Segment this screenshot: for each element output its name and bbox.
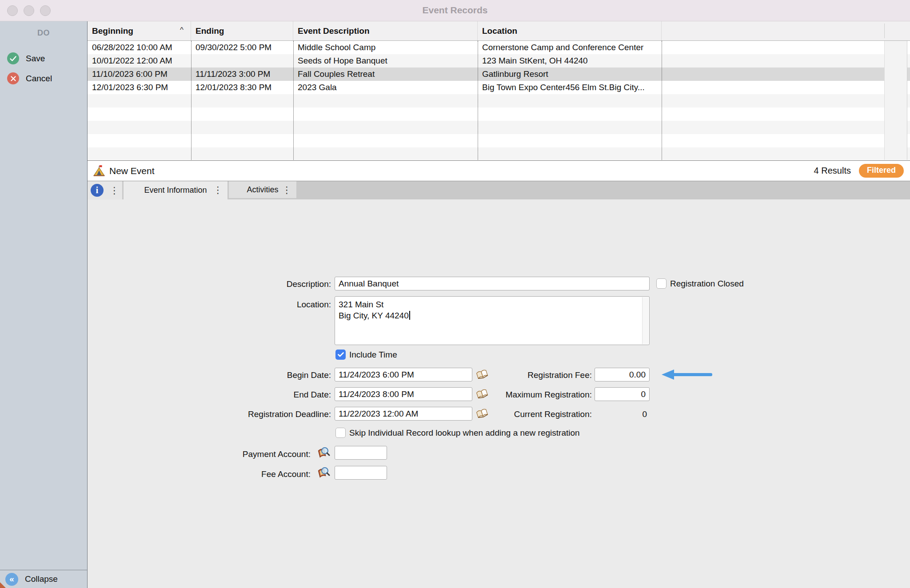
table-row[interactable]: 12/01/2023 6:30 PM 12/01/2023 8:30 PM 20… — [88, 81, 910, 94]
table-row-empty — [88, 94, 910, 107]
tab-menu-dots-icon[interactable]: ⋮ — [213, 185, 223, 195]
registration-fee-label: Registration Fee: — [485, 369, 592, 381]
fee-account-label: Fee Account: — [200, 469, 311, 480]
location-textarea[interactable]: 321 Main St Big City, KY 44240 — [335, 296, 650, 345]
registration-fee-input[interactable]: 0.00 — [595, 368, 650, 381]
table-row-empty — [88, 121, 910, 134]
tent-icon — [93, 165, 105, 177]
tab-menu-dots-icon[interactable]: ⋮ — [282, 185, 291, 195]
current-registration-value: 0 — [595, 409, 647, 420]
fee-account-input[interactable] — [335, 466, 387, 480]
description-label: Description: — [221, 278, 331, 290]
table-row-empty — [88, 147, 910, 160]
textarea-scrollbar[interactable] — [642, 297, 649, 344]
column-header-empty[interactable] — [662, 21, 910, 40]
save-label: Save — [26, 54, 45, 64]
registration-deadline-label: Registration Deadline: — [221, 409, 331, 420]
table-row[interactable]: 10/01/2022 12:00 AM Seeds of Hope Banque… — [88, 54, 910, 68]
registration-deadline-input[interactable]: 11/22/2023 12:00 AM — [335, 407, 472, 421]
column-header-ending[interactable]: Ending — [191, 21, 293, 40]
maximum-registration-input[interactable]: 0 — [595, 387, 650, 401]
annotation-arrow-left — [661, 369, 713, 381]
payment-account-label: Payment Account: — [200, 449, 311, 460]
sort-ascending-icon: ^ — [180, 26, 184, 35]
results-count: 4 Results — [814, 166, 851, 176]
end-date-label: End Date: — [221, 389, 331, 401]
registration-closed-checkbox[interactable] — [656, 278, 667, 289]
cancel-label: Cancel — [26, 74, 52, 83]
begin-date-input[interactable]: 11/24/2023 6:00 PM — [335, 368, 472, 381]
tab-activities[interactable]: Activities ⋮ — [229, 181, 296, 198]
table-scrollbar[interactable] — [884, 41, 907, 160]
description-input[interactable]: Annual Banquet — [335, 277, 650, 290]
account-lookup-icon[interactable] — [316, 446, 331, 459]
table-row-empty — [88, 134, 910, 147]
record-bar: New Event 4 Results Filtered — [88, 161, 910, 181]
column-divider — [478, 41, 478, 160]
column-header-location[interactable]: Location — [478, 21, 662, 40]
payment-account-input[interactable] — [335, 446, 387, 460]
table-row[interactable]: 06/28/2022 10:00 AM 09/30/2022 5:00 PM M… — [88, 41, 910, 54]
filtered-badge[interactable]: Filtered — [859, 164, 904, 178]
cancel-button[interactable]: Cancel — [0, 68, 87, 88]
include-time-checkbox[interactable] — [335, 350, 346, 360]
collapse-label: Collapse — [25, 574, 58, 584]
end-date-input[interactable]: 11/24/2023 8:00 PM — [335, 387, 472, 401]
tab-strip: i ⋮ Event Information ⋮ Activities ⋮ — [88, 181, 910, 199]
tab-menu-dots-icon[interactable]: ⋮ — [110, 186, 119, 195]
table-row-selected[interactable]: 11/10/2023 6:00 PM 11/11/2023 3:00 PM Fa… — [88, 68, 910, 81]
include-time-label: Include Time — [349, 349, 397, 361]
registration-closed-label: Registration Closed — [670, 278, 744, 290]
main-panel: Beginning ^ Ending Event Description Loc… — [88, 21, 910, 588]
column-header-event-description[interactable]: Event Description — [293, 21, 478, 40]
x-circle-icon — [7, 72, 19, 84]
table-row-empty — [88, 107, 910, 121]
table-body: 06/28/2022 10:00 AM 09/30/2022 5:00 PM M… — [88, 41, 910, 160]
event-results-table: Beginning ^ Ending Event Description Loc… — [88, 21, 910, 161]
event-information-form: Description: Annual Banquet Registration… — [88, 199, 910, 588]
text-caret — [409, 311, 410, 320]
maximum-registration-label: Maximum Registration: — [485, 389, 592, 401]
sidebar-header: DO — [0, 28, 87, 38]
window-resize-corner — [0, 582, 6, 588]
begin-date-label: Begin Date: — [221, 369, 331, 381]
window-title: Event Records — [0, 5, 910, 16]
column-divider — [662, 41, 662, 160]
location-label: Location: — [221, 299, 331, 310]
table-header-row: Beginning ^ Ending Event Description Loc… — [88, 21, 910, 41]
skip-lookup-label: Skip Individual Record lookup when addin… — [349, 427, 580, 439]
action-sidebar: DO Save Cancel « Collapse — [0, 21, 88, 588]
record-info-button[interactable]: i ⋮ — [88, 181, 122, 199]
save-button[interactable]: Save — [0, 48, 87, 68]
window-titlebar: Event Records — [0, 0, 910, 21]
tab-event-information[interactable]: Event Information ⋮ — [124, 181, 228, 199]
current-registration-label: Current Registration: — [485, 409, 592, 420]
info-icon: i — [91, 184, 104, 197]
skip-lookup-checkbox[interactable] — [335, 428, 346, 438]
account-lookup-icon[interactable] — [316, 466, 331, 479]
chevrons-left-icon: « — [5, 573, 18, 586]
check-circle-icon — [7, 52, 19, 64]
collapse-button[interactable]: « Collapse — [0, 570, 87, 588]
record-title: New Event — [109, 166, 155, 176]
header-separator — [884, 24, 885, 38]
column-divider — [293, 41, 294, 160]
column-header-beginning[interactable]: Beginning ^ — [88, 21, 191, 40]
column-divider — [191, 41, 192, 160]
